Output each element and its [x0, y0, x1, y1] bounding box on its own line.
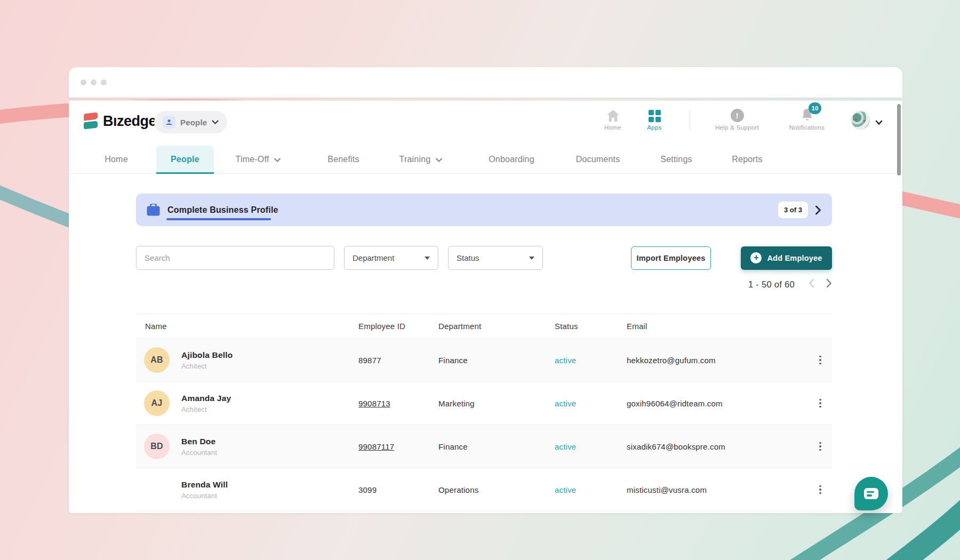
- tab-settings[interactable]: Settings: [660, 146, 692, 173]
- help-icon: !: [731, 109, 744, 122]
- chevron-down-icon: [435, 158, 442, 163]
- tab-reports[interactable]: Reports: [732, 146, 762, 173]
- main-nav-tabs: Home People Time-Off Benefits Training O…: [69, 146, 902, 174]
- pagination: 1 - 50 of 60: [136, 278, 832, 290]
- window-dot-icon: [101, 79, 107, 85]
- employee-department: Finance: [438, 356, 555, 365]
- pagination-range: 1 - 50 of 60: [748, 279, 795, 290]
- table-body: AB Ajibola Bello Achitect 89877 Finance …: [136, 339, 832, 511]
- employee-status: active: [555, 356, 627, 365]
- department-select[interactable]: Department: [344, 246, 438, 270]
- pagination-next-icon[interactable]: [826, 278, 832, 290]
- notification-badge: 10: [809, 102, 821, 114]
- chevron-down-icon: [212, 120, 219, 125]
- column-header-name: Name: [136, 322, 358, 331]
- chevron-down-icon[interactable]: [875, 118, 883, 127]
- employee-name-cell: AJ Amanda Jay Achitect: [136, 390, 358, 416]
- kebab-menu-icon[interactable]: [816, 396, 825, 411]
- employee-name-cell: BD Ben Doe Accountant: [136, 434, 358, 459]
- employee-role: Accountant: [181, 449, 217, 457]
- column-header-status: Status: [555, 322, 627, 331]
- status-select[interactable]: Status: [448, 246, 543, 270]
- employee-department: Marketing: [438, 399, 555, 408]
- filter-row: Department Status Import Employees + Add…: [136, 246, 832, 270]
- app-window: Bızedge People Home Apps: [69, 100, 902, 513]
- help-support-button[interactable]: ! Help & Support: [708, 108, 766, 131]
- window-control-dots: [81, 79, 107, 85]
- column-header-department: Department: [438, 322, 555, 331]
- employee-name: Ajibola Bello: [181, 350, 233, 360]
- main-content: Complete Business Profile 3 of 3 Departm…: [69, 174, 902, 511]
- table-header-row: Name Employee ID Department Status Email: [136, 314, 832, 339]
- bell-icon: 10: [778, 108, 836, 122]
- app-header: Bızedge People Home Apps: [69, 101, 902, 146]
- employee-id[interactable]: 3099: [358, 485, 438, 494]
- people-icon: [163, 116, 175, 129]
- chat-icon: [864, 488, 878, 499]
- employee-id[interactable]: 99087117: [358, 442, 438, 451]
- employee-name-cell: AB Ajibola Bello Achitect: [136, 347, 358, 373]
- banner-progress-bar: [166, 218, 271, 220]
- apps-nav-button[interactable]: Apps: [625, 108, 684, 131]
- apps-grid-icon: [625, 108, 684, 122]
- banner-title: Complete Business Profile: [167, 205, 278, 215]
- briefcase-icon: [147, 204, 160, 216]
- tab-training[interactable]: Training: [399, 146, 443, 173]
- column-header-employee-id: Employee ID: [358, 322, 438, 331]
- employee-department: Finance: [438, 442, 555, 451]
- avatar: AJ: [144, 390, 170, 416]
- employee-department: Operations: [438, 485, 555, 494]
- chevron-right-icon[interactable]: [815, 205, 821, 215]
- search-input[interactable]: [136, 246, 334, 270]
- pagination-prev-icon[interactable]: [809, 278, 814, 290]
- add-employee-button[interactable]: + Add Employee: [741, 246, 832, 270]
- employee-email: hekkozetro@gufum.com: [627, 356, 809, 365]
- avatar: BD: [144, 434, 170, 459]
- caret-down-icon: [425, 257, 430, 260]
- employee-id[interactable]: 9908713: [358, 399, 438, 408]
- kebab-menu-icon[interactable]: [816, 482, 825, 498]
- logo-text: Bızedge: [103, 113, 156, 130]
- employee-table: Name Employee ID Department Status Email…: [136, 314, 832, 511]
- workspace-switcher[interactable]: People: [154, 111, 227, 133]
- bizedge-logo[interactable]: Bızedge: [84, 113, 156, 130]
- employee-role: Accountant: [181, 492, 228, 500]
- employee-id[interactable]: 89877: [358, 356, 438, 365]
- tab-benefits[interactable]: Benefits: [327, 146, 359, 173]
- employee-name: Amanda Jay: [181, 394, 231, 403]
- user-avatar[interactable]: [851, 110, 870, 130]
- tab-documents[interactable]: Documents: [576, 146, 620, 173]
- scrollbar-thumb[interactable]: [897, 104, 901, 175]
- employee-email: goxih96064@ridteam.com: [627, 399, 809, 408]
- employee-role: Achitect: [181, 405, 231, 413]
- table-row[interactable]: BD Ben Doe Accountant 99087117 Finance a…: [136, 425, 832, 468]
- kebab-menu-icon[interactable]: [816, 439, 825, 454]
- steps-chip: 3 of 3: [778, 202, 808, 218]
- table-row[interactable]: AB Ajibola Bello Achitect 89877 Finance …: [136, 339, 832, 382]
- chat-widget-button[interactable]: [854, 477, 888, 510]
- table-row[interactable]: Brenda Will Accountant 3099 Operations a…: [136, 468, 832, 511]
- employee-role: Achitect: [181, 362, 233, 370]
- window-title-bar: [69, 67, 902, 98]
- caret-down-icon: [529, 257, 534, 260]
- employee-email: misticusti@vusra.com: [627, 485, 809, 494]
- tab-onboarding[interactable]: Onboarding: [489, 146, 534, 173]
- employee-status: active: [555, 485, 627, 494]
- tab-people[interactable]: People: [156, 146, 214, 174]
- header-divider: [690, 110, 690, 130]
- kebab-menu-icon[interactable]: [816, 353, 825, 368]
- complete-business-profile-banner[interactable]: Complete Business Profile 3 of 3: [136, 194, 832, 226]
- avatar: AB: [144, 347, 170, 373]
- employee-status: active: [555, 442, 627, 451]
- workspace-label: People: [180, 118, 207, 127]
- notifications-button[interactable]: 10 Notifications: [778, 108, 836, 131]
- desktop-background: Bızedge People Home Apps: [0, 0, 960, 560]
- employee-status: active: [555, 399, 627, 408]
- table-row[interactable]: AJ Amanda Jay Achitect 9908713 Marketing…: [136, 382, 832, 425]
- plus-icon: +: [750, 252, 762, 263]
- import-employees-button[interactable]: Import Employees: [631, 246, 711, 270]
- tab-time-off[interactable]: Time-Off: [236, 146, 281, 173]
- window-dot-icon: [91, 79, 97, 85]
- chevron-down-icon: [274, 158, 281, 163]
- tab-home[interactable]: Home: [105, 146, 127, 173]
